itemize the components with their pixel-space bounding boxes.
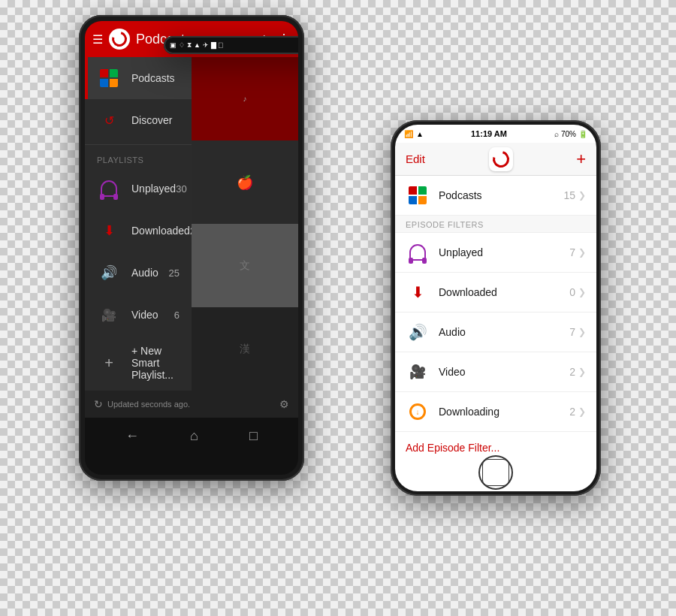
drawer-item-unplayed[interactable]: Unplayed 30 [85,168,192,210]
video-playlist-icon: 🎥 [97,303,121,327]
ios-wifi-icon: 📶 [404,130,413,138]
drawer-item-discover[interactable]: ↺ Discover [85,99,192,141]
drawer-label-discover: Discover [131,114,180,126]
ios-downloaded-count: 0 [569,286,575,298]
drawer-label-new-playlist: + New Smart Playlist... [131,345,180,381]
thumb-1: ♪ [192,57,298,140]
ios-downloaded-icon: ⬇ [406,280,430,304]
sync-icon: ↻ [94,398,103,410]
ios-downloading-chevron: ❯ [578,406,586,417]
android-status-bottom: ↻ Updated seconds ago. ⚙ [85,391,298,418]
drawer-label-video: Video [131,309,174,321]
drawer-item-new-playlist[interactable]: + + New Smart Playlist... [85,336,192,390]
ios-list: Podcasts 15 ❯ EPISODE FILTERS Unplayed 7… [395,176,596,491]
ios-item-podcasts[interactable]: Podcasts 15 ❯ [395,176,596,216]
ios-status-bar: 📶 ▲ 11:19 AM ⌕ 70% 🔋 [395,125,596,143]
drawer-item-downloaded[interactable]: ⬇ Downloaded 2 [85,210,192,252]
settings-icon[interactable]: ⚙ [279,398,289,410]
ios-item-unplayed[interactable]: Unplayed 7 ❯ [395,233,596,273]
ios-downloading-label: Downloading [439,406,569,418]
ios-app-logo [489,147,513,171]
download-playlist-icon: ⬇ [97,219,121,243]
thumb-4: 漢 [192,307,298,391]
ios-status-left: 📶 ▲ [404,130,424,138]
ios-item-video[interactable]: 🎥 Video 2 ❯ [395,352,596,392]
ios-home-button-inner [482,459,509,486]
ios-video-chevron: ❯ [578,367,586,377]
ios-add-button[interactable]: + [576,149,586,169]
ios-battery-pct: 70% [561,130,576,138]
drawer-item-podcasts[interactable]: Podcasts [85,57,192,99]
recents-button[interactable]: □ [249,428,258,444]
divider-1 [85,144,192,145]
airplane-icon: ✈ [203,41,209,49]
ios-downloading-count: 2 [569,406,575,418]
ios-audio-icon: 🔊 [406,320,430,344]
section-playlists: PLAYLISTS [85,148,192,168]
discover-icon: ↺ [97,108,121,132]
android-status-icons: ▣ ♢ ⧗ ▲ ✈ ▇ ⎕ [170,41,222,50]
drawer-label-downloaded: Downloaded [131,225,190,237]
signal-bars-icon: ▇ [211,41,216,49]
ios-bezel: 📶 ▲ 11:19 AM ⌕ 70% 🔋 Edit + [395,125,596,491]
app-logo-icon [109,29,130,50]
android-phone: ▣ ♢ ⧗ ▲ ✈ ▇ ⎕ 11:19 ☰ Podcasts + ⋮ [79,15,304,481]
ios-status-right: ⌕ 70% 🔋 [554,130,587,138]
thumb-2: 🍎 [192,140,298,224]
android-bezel: ▣ ♢ ⧗ ▲ ✈ ▇ ⎕ 11:19 ☰ Podcasts + ⋮ [85,21,298,475]
ios-video-count: 2 [569,366,575,378]
ios-podcasts-count: 15 [563,189,575,201]
wifi-icon: ▲ [194,41,201,49]
clock-icon: ⧗ [187,41,192,50]
ios-item-downloading[interactable]: ↓ Downloading 2 ❯ [395,392,596,432]
ios-downloaded-label: Downloaded [439,286,569,298]
bluetooth-icon: ▣ [170,41,177,49]
audio-playlist-icon: 🔊 [97,261,121,285]
ios-video-label: Video [439,366,569,378]
ios-podcasts-icon [406,183,430,207]
sync-status: Updated seconds ago. [107,400,190,409]
ios-edit-button[interactable]: Edit [406,152,425,165]
video-count: 6 [174,310,180,321]
drawer-label-unplayed: Unplayed [131,183,176,195]
ios-home-button[interactable] [478,455,513,490]
ios-add-filter-label[interactable]: Add Episode Filter... [406,442,499,454]
android-nav-bar: ← ⌂ □ [85,418,298,454]
ios-phone: 📶 ▲ 11:19 AM ⌕ 70% 🔋 Edit + [391,120,601,496]
sync-area: ↻ Updated seconds ago. [94,398,190,410]
ios-podcasts-chevron: ❯ [578,190,586,201]
ios-unplayed-icon [406,240,430,264]
drawer-item-audio[interactable]: 🔊 Audio 25 [85,252,192,294]
ios-unplayed-count: 7 [569,246,575,258]
battery-icon: ⎕ [219,41,222,49]
drawer-label-podcasts: Podcasts [131,72,180,84]
ios-downloading-icon: ↓ [406,400,430,424]
drawer-label-audio: Audio [131,267,169,279]
audio-count: 25 [169,267,180,279]
ios-audio-count: 7 [569,326,575,338]
ios-signal-icon: ▲ [416,130,424,138]
ios-location-icon: ⌕ [554,130,559,138]
hamburger-menu-icon[interactable]: ☰ [92,32,103,47]
ios-podcasts-label: Podcasts [439,189,563,201]
ios-video-icon: 🎥 [406,360,430,384]
headset-icon: ♢ [179,41,185,49]
thumb-3: 文 [192,224,298,307]
ios-downloaded-chevron: ❯ [578,287,586,297]
podcasts-colorful-icon [97,66,121,90]
ios-audio-label: Audio [439,326,569,338]
ios-battery-icon: 🔋 [578,130,587,138]
ios-audio-chevron: ❯ [578,327,586,337]
headphone-playlist-icon [97,177,121,201]
ios-nav-bar: Edit + [395,143,596,176]
back-button[interactable]: ← [125,428,139,444]
unplayed-count: 30 [176,183,186,195]
ios-unplayed-label: Unplayed [439,246,569,258]
drawer-item-video[interactable]: 🎥 Video 6 [85,294,192,336]
ios-unplayed-chevron: ❯ [578,247,586,258]
ios-item-audio[interactable]: 🔊 Audio 7 ❯ [395,313,596,352]
home-button[interactable]: ⌂ [190,428,198,444]
ios-time: 11:19 AM [471,129,507,138]
ios-item-downloaded[interactable]: ⬇ Downloaded 0 ❯ [395,273,596,313]
add-playlist-icon: + [97,351,121,375]
